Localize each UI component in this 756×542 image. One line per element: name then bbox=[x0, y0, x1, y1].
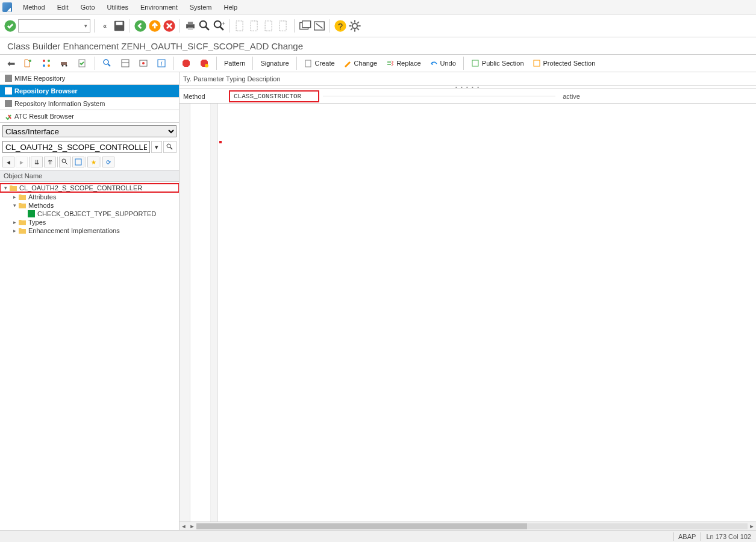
tree-folder-types[interactable]: ▸ Types bbox=[0, 218, 179, 226]
svg-point-37 bbox=[48, 64, 50, 67]
method-status: active bbox=[559, 92, 584, 101]
svg-line-43 bbox=[108, 64, 110, 66]
tree-method-check_object_type_supported[interactable]: CHECK_OBJECT_TYPE_SUPPORTED bbox=[0, 210, 179, 218]
sap-app-icon bbox=[2, 2, 12, 12]
tree-header: Object Name bbox=[0, 170, 179, 182]
transport-icon[interactable] bbox=[56, 57, 73, 69]
svg-point-34 bbox=[43, 60, 45, 62]
tab-atc-result-browser[interactable]: ATC Result Browser bbox=[0, 110, 179, 123]
where-used-icon[interactable] bbox=[38, 57, 55, 69]
tree-root[interactable]: ▾ CL_OAUTH2_S_SCOPE_CONTROLLER bbox=[0, 183, 179, 193]
tab-repository-browser[interactable]: Repository Browser bbox=[0, 85, 179, 98]
svg-rect-53 bbox=[305, 60, 311, 67]
status-language: ABAP bbox=[678, 533, 696, 540]
menu-help[interactable]: Help bbox=[217, 1, 243, 13]
display-object-icon[interactable] bbox=[163, 141, 177, 153]
nav-next-icon[interactable]: ► bbox=[16, 157, 28, 167]
session-end-icon[interactable] bbox=[313, 19, 326, 33]
stop-icon[interactable] bbox=[178, 57, 195, 69]
back-icon[interactable] bbox=[134, 19, 147, 33]
tree-toolbar: ◄ ► ⇊ ⇈ ★ ⟳ bbox=[0, 154, 179, 170]
nav-back-icon[interactable]: ⬅ bbox=[4, 57, 19, 70]
new-1-icon[interactable] bbox=[234, 19, 247, 33]
menu-utilities[interactable]: Utilities bbox=[101, 1, 134, 13]
create-button[interactable]: Create bbox=[301, 58, 339, 69]
stop-user-icon[interactable] bbox=[196, 57, 213, 69]
display-icon[interactable] bbox=[99, 57, 116, 69]
save-icon[interactable] bbox=[113, 19, 126, 33]
refresh-icon[interactable]: ⟳ bbox=[102, 157, 114, 167]
session-new-icon[interactable] bbox=[298, 19, 311, 33]
object-type-select[interactable]: Class/Interface bbox=[2, 125, 177, 137]
tree-folder-attributes[interactable]: ▸ Attributes bbox=[0, 193, 179, 201]
tree-folder-enhancements[interactable]: ▸ Enhancement Implementations bbox=[0, 226, 179, 235]
signature-button[interactable]: Signature bbox=[257, 58, 292, 68]
menu-system[interactable]: System bbox=[184, 1, 218, 13]
settings-icon[interactable] bbox=[348, 19, 361, 33]
editor-hscroll[interactable]: ◄► ► bbox=[180, 522, 756, 530]
svg-point-47 bbox=[142, 62, 145, 64]
favorite-icon[interactable]: ★ bbox=[87, 157, 99, 167]
tree-display-icon[interactable] bbox=[72, 157, 84, 167]
new-4-icon[interactable] bbox=[277, 19, 290, 33]
other-object-icon[interactable] bbox=[117, 57, 134, 69]
cancel-icon[interactable] bbox=[163, 19, 176, 33]
svg-rect-19 bbox=[302, 20, 311, 27]
menu-environment[interactable]: Environment bbox=[134, 1, 184, 13]
ok-icon[interactable] bbox=[4, 19, 17, 33]
code-editor[interactable] bbox=[180, 104, 756, 522]
menu-edit[interactable]: Edit bbox=[51, 1, 75, 13]
breakpoint-icon[interactable] bbox=[135, 57, 152, 69]
svg-point-36 bbox=[43, 64, 45, 67]
svg-line-12 bbox=[220, 26, 223, 30]
navigator-pane: MIME Repository Repository Browser Repos… bbox=[0, 72, 180, 530]
collapse-all-icon[interactable]: ⇈ bbox=[44, 157, 56, 167]
back-all-icon[interactable]: « bbox=[98, 19, 111, 33]
svg-point-24 bbox=[352, 23, 357, 28]
tab-repo-info-system[interactable]: Repository Information System bbox=[0, 98, 179, 110]
expand-all-icon[interactable]: ⇊ bbox=[31, 157, 43, 167]
method-bar: Method CLASS_CONSTRUCTOR active bbox=[180, 89, 756, 104]
tree-folder-methods[interactable]: ▾ Methods bbox=[0, 201, 179, 210]
activate-icon[interactable] bbox=[20, 57, 37, 69]
info-icon[interactable]: i bbox=[153, 57, 170, 69]
svg-point-3 bbox=[134, 20, 146, 31]
print-icon[interactable] bbox=[184, 19, 197, 33]
parameter-header: Ty. Parameter Typing Description bbox=[180, 72, 756, 86]
pattern-button[interactable]: Pattern bbox=[220, 58, 249, 68]
tab-mime-repository[interactable]: MIME Repository bbox=[0, 72, 179, 85]
tree-find-icon[interactable] bbox=[59, 157, 71, 167]
undo-button[interactable]: Undo bbox=[426, 58, 460, 69]
svg-line-10 bbox=[205, 26, 209, 30]
history-dropdown-icon[interactable]: ▾ bbox=[151, 141, 162, 153]
check-icon[interactable] bbox=[74, 57, 91, 69]
svg-point-39 bbox=[62, 65, 64, 67]
object-name-input[interactable] bbox=[2, 141, 150, 153]
find-next-icon[interactable]: + bbox=[213, 19, 226, 33]
find-icon[interactable] bbox=[198, 19, 211, 33]
replace-button[interactable]: Replace bbox=[382, 58, 424, 69]
public-section-button[interactable]: Public Section bbox=[467, 58, 528, 69]
svg-text:?: ? bbox=[338, 20, 343, 31]
svg-line-32 bbox=[357, 22, 359, 23]
toolbar-main: « + ? bbox=[0, 14, 756, 37]
new-3-icon[interactable] bbox=[263, 19, 276, 33]
change-button[interactable]: Change bbox=[340, 58, 381, 69]
nav-prev-icon[interactable]: ◄ bbox=[2, 157, 14, 167]
protected-section-button[interactable]: Protected Section bbox=[529, 58, 599, 69]
svg-marker-50 bbox=[183, 60, 190, 67]
svg-rect-14 bbox=[236, 20, 243, 31]
svg-rect-55 bbox=[534, 60, 540, 66]
method-name-field[interactable]: CLASS_CONSTRUCTOR bbox=[229, 90, 319, 102]
object-tree[interactable]: ▾ CL_OAUTH2_S_SCOPE_CONTROLLER ▸ Attribu… bbox=[0, 182, 179, 530]
svg-rect-17 bbox=[280, 20, 286, 31]
menu-goto[interactable]: Goto bbox=[75, 1, 101, 13]
new-2-icon[interactable] bbox=[248, 19, 261, 33]
command-field[interactable] bbox=[18, 19, 90, 33]
menu-method[interactable]: Method bbox=[17, 1, 51, 13]
svg-rect-15 bbox=[251, 20, 257, 31]
svg-line-61 bbox=[170, 147, 172, 149]
svg-line-29 bbox=[351, 22, 352, 23]
help-icon[interactable]: ? bbox=[334, 19, 347, 33]
exit-icon[interactable] bbox=[148, 19, 161, 33]
